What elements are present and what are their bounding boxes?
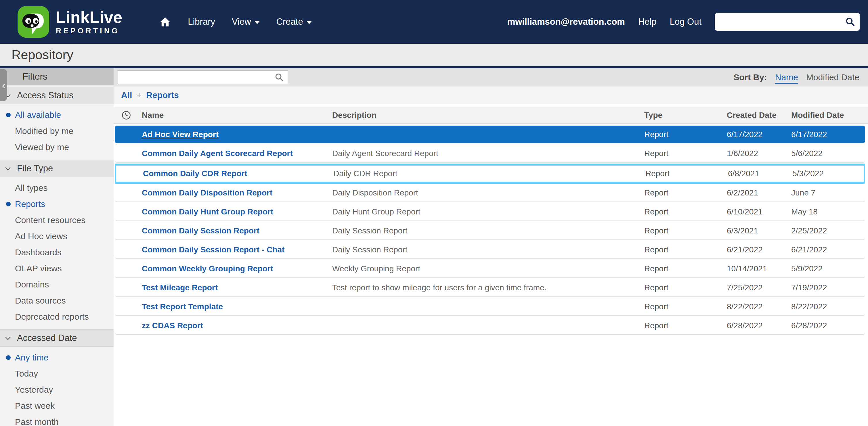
search-icon[interactable] [845,17,855,27]
main-nav: LibraryViewCreate [159,16,311,28]
column-created-date[interactable]: Created Date [724,111,788,120]
divider [0,66,868,68]
help-link[interactable]: Help [638,17,657,27]
report-created-date: 8/22/2022 [724,302,788,311]
plus-icon: + [136,91,142,100]
report-link[interactable]: Common Daily Session Report - Chat [139,245,329,254]
report-modified-date: 8/22/2022 [788,302,865,311]
report-description: Daily Session Report [329,226,641,235]
report-description: Daily Hunt Group Report [329,207,641,217]
filters-header: ‹ Filters [0,68,114,85]
sidebar-item-olap-views[interactable]: OLAP views [0,260,114,276]
report-modified-date: 7/19/2022 [788,283,865,292]
report-link[interactable]: Common Daily Hunt Group Report [139,207,329,217]
report-modified-date: 5/6/2022 [788,149,865,158]
sidebar-item-label: Domains [15,280,49,290]
sidebar-item-label: Past week [15,401,55,411]
report-link[interactable]: Common Daily Agent Scorecard Report [139,149,329,158]
table-row-common-daily-cdr-report[interactable]: Common Daily CDR Report Daily CDR Report… [115,164,865,184]
report-link[interactable]: Common Weekly Grouping Report [139,264,329,273]
table-row-test-mileage-report[interactable]: Test Mileage Report Test report to show … [115,279,865,296]
report-link[interactable]: zz CDAS Report [139,321,329,330]
report-type: Report [641,264,724,273]
nav-library[interactable]: Library [188,17,215,27]
filter-section-header-file-type[interactable]: File Type [0,160,114,177]
nav-create[interactable]: Create [276,17,312,27]
table-row-test-report-template[interactable]: Test Report Template Report 8/22/2022 8/… [115,298,865,315]
report-link[interactable]: Test Mileage Report [139,283,329,292]
table-row-common-daily-disposition-report[interactable]: Common Daily Disposition Report Daily Di… [115,184,865,201]
search-icon[interactable] [274,72,284,82]
brand-subtitle: REPORTING [56,27,122,34]
sidebar-item-reports[interactable]: Reports [0,196,114,212]
sidebar-item-all-types[interactable]: All types [0,180,114,196]
filter-section-header-access-status[interactable]: Access Status [0,87,114,104]
sidebar-item-label: OLAP views [15,264,62,273]
nav-label: View [232,17,251,27]
filters-title: Filters [23,71,48,82]
brand-text: LinkLive REPORTING [56,9,122,34]
repository-search-input[interactable] [121,73,274,82]
report-link[interactable]: Common Daily Session Report [139,226,329,235]
sidebar-item-past-week[interactable]: Past week [0,398,114,414]
nav-view[interactable]: View [232,17,260,27]
breadcrumb-reports[interactable]: Reports [146,90,179,100]
sidebar-item-modified-by-me[interactable]: Modified by me [0,123,114,139]
sidebar-item-any-time[interactable]: Any time [0,350,114,366]
table-row-zz-cdas-report[interactable]: zz CDAS Report Report 6/28/2022 6/28/202… [115,317,865,334]
breadcrumb-all[interactable]: All [121,90,132,100]
table-row-common-daily-hunt-group-report[interactable]: Common Daily Hunt Group Report Daily Hun… [115,203,865,221]
sidebar-item-domains[interactable]: Domains [0,276,114,293]
sidebar-item-label: Ad Hoc views [15,231,67,241]
column-name[interactable]: Name [139,111,329,120]
report-created-date: 6/10/2021 [724,207,788,217]
report-type: Report [641,130,724,139]
table-row-ad-hoc-view-report[interactable]: Ad Hoc View Report Report 6/17/2022 6/17… [115,126,865,143]
logout-link[interactable]: Log Out [670,17,702,27]
sort-option-modified-date[interactable]: Modified Date [806,72,859,82]
sidebar-item-label: Today [15,369,38,379]
sidebar-item-deprecated-reports[interactable]: Deprecated reports [0,309,114,325]
sidebar-item-viewed-by-me[interactable]: Viewed by me [0,139,114,155]
table-row-common-daily-agent-scorecard-report[interactable]: Common Daily Agent Scorecard Report Dail… [115,144,865,162]
table-row-common-weekly-grouping-report[interactable]: Common Weekly Grouping Report Weekly Gro… [115,260,865,277]
column-modified-date[interactable]: Modified Date [788,111,868,120]
report-link[interactable]: Ad Hoc View Report [139,130,329,139]
report-created-date: 10/14/2021 [724,264,788,273]
sidebar-item-dashboards[interactable]: Dashboards [0,244,114,260]
chevron-down-icon [307,21,312,24]
sidebar-item-label: Past month [15,417,59,426]
sort-by: Sort By: Name Modified Date [734,72,859,82]
collapse-filters-tab[interactable]: ‹ [0,69,7,101]
sort-option-name[interactable]: Name [775,72,798,82]
column-description[interactable]: Description [329,111,641,120]
chevron-down-icon [4,334,12,342]
sidebar-item-data-sources[interactable]: Data sources [0,293,114,309]
report-link[interactable]: Test Report Template [139,302,329,311]
sidebar-item-label: Viewed by me [15,142,69,152]
table-row-common-daily-session-report-chat[interactable]: Common Daily Session Report - Chat Daily… [115,241,865,258]
table-row-common-daily-session-report[interactable]: Common Daily Session Report Daily Sessio… [115,222,865,239]
content: ‹ Filters Access Status All available Mo… [0,68,868,426]
global-search-input[interactable] [719,13,845,31]
column-type[interactable]: Type [641,111,724,120]
report-link[interactable]: Common Daily CDR Report [140,169,331,178]
home-button[interactable] [159,16,171,28]
filter-section-header-accessed-date[interactable]: Accessed Date [0,329,114,347]
sidebar-item-yesterday[interactable]: Yesterday [0,382,114,398]
report-link[interactable]: Common Daily Disposition Report [139,188,329,197]
sidebar-item-ad-hoc-views[interactable]: Ad Hoc views [0,228,114,244]
sidebar-item-content-resources[interactable]: Content resources [0,212,114,228]
page-title-bar: Repository [0,44,868,66]
filter-section-access-status: Access Status All available Modified by … [0,87,114,160]
report-type: Report [641,283,724,292]
home-icon [159,16,171,28]
report-type: Report [641,302,724,311]
sidebar-item-all-available[interactable]: All available [0,107,114,123]
report-type: Report [643,169,725,178]
linklive-logo[interactable]: LinkLive REPORTING [17,6,122,38]
sidebar-item-today[interactable]: Today [0,366,114,382]
sidebar-item-past-month[interactable]: Past month [0,414,114,426]
divider [114,104,868,107]
filter-section-title: File Type [17,163,53,174]
